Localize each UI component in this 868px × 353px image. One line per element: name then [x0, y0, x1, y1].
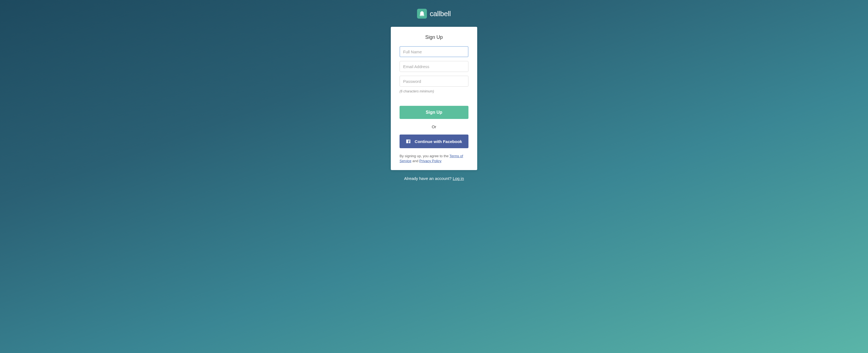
password-hint: (6 characters minimum) [400, 89, 468, 93]
brand-name: callbell [430, 9, 451, 18]
signup-button[interactable]: Sign Up [400, 106, 468, 119]
facebook-button-label: Continue with Facebook [414, 139, 462, 144]
email-input[interactable] [400, 61, 468, 72]
full-name-input[interactable] [400, 46, 468, 57]
brand-logo: callbell [417, 9, 451, 19]
login-link[interactable]: Log in [453, 176, 464, 181]
password-input[interactable] [400, 76, 468, 87]
facebook-button[interactable]: Continue with Facebook [400, 134, 468, 148]
login-prompt: Already have an account? Log in [404, 176, 464, 181]
facebook-icon [406, 139, 411, 144]
divider-label: Or [400, 124, 468, 129]
signup-card: Sign Up (6 characters minimum) Sign Up O… [391, 27, 477, 170]
terms-text: By signing up, you agree to the Terms of… [400, 154, 468, 163]
bell-icon [417, 9, 427, 19]
card-title: Sign Up [400, 34, 468, 40]
privacy-policy-link[interactable]: Privacy Policy [419, 159, 441, 163]
